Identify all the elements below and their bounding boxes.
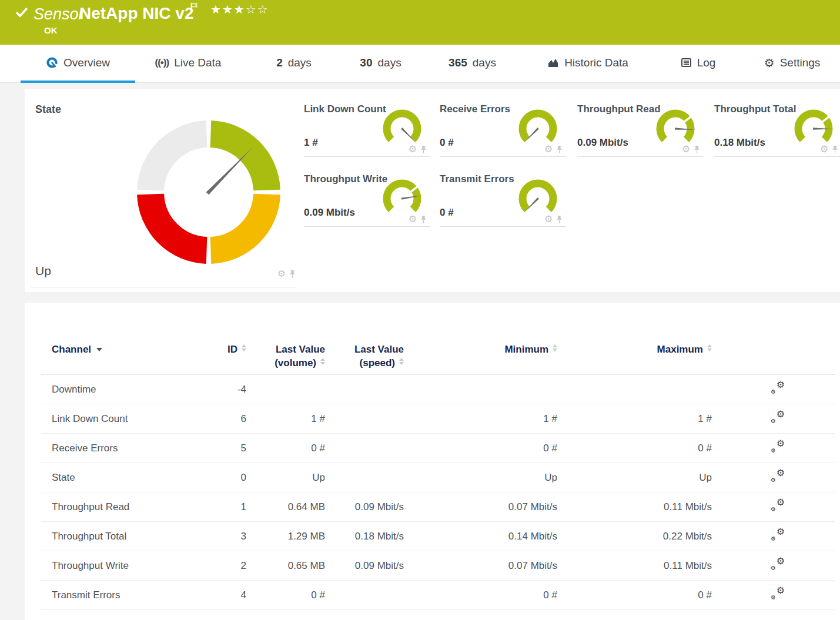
gear-icon[interactable]: ⚙ — [820, 145, 828, 154]
cell-channel: Downtime — [41, 375, 212, 404]
sensor-status-text: OK — [44, 25, 58, 35]
cell-id: -4 — [212, 375, 250, 404]
cell-last-value-speed: 0.18 Mbit/s — [325, 522, 404, 551]
pin-icon[interactable] — [289, 270, 296, 279]
column-label: Minimum — [504, 344, 548, 355]
tab-log[interactable]: Log — [667, 45, 729, 83]
pin-icon[interactable] — [556, 216, 563, 224]
channel-settings-gears-icon[interactable]: ⚙⚙ — [771, 529, 785, 541]
mini-gauge-cell: Link Down Count 1 # ⚙ — [304, 99, 430, 157]
gear-icon[interactable]: ⚙ — [544, 215, 553, 224]
gauge-icon — [46, 56, 58, 69]
column-label: Channel — [52, 344, 91, 355]
gear-icon[interactable]: ⚙ — [409, 145, 417, 154]
pin-icon[interactable] — [420, 146, 427, 154]
table-row: Throughput Total 3 1.29 MB 0.18 Mbit/s 0… — [41, 522, 835, 551]
column-header-channel[interactable]: Channel — [41, 343, 212, 375]
flag-icon[interactable] — [190, 3, 198, 12]
column-header-minimum[interactable]: Minimum — [404, 343, 557, 375]
gauge-value: 0.09 Mbit/s — [577, 137, 628, 149]
overview-gauges-panel: State Up ⚙ Link Down Count — [25, 89, 840, 292]
table-row: Throughput Read 1 0.64 MB 0.09 Mbit/s 0.… — [41, 492, 835, 522]
priority-stars[interactable]: ★★★☆☆ — [210, 2, 269, 16]
pin-icon[interactable] — [694, 146, 700, 154]
gear-icon[interactable]: ⚙ — [544, 145, 553, 154]
tab-historic-data[interactable]: Historic Data — [529, 45, 647, 83]
sort-icon — [707, 344, 712, 351]
cell-id: 5 — [212, 434, 250, 463]
table-row: Downtime -4 ⚙⚙ — [41, 375, 835, 404]
gear-icon[interactable]: ⚙ — [409, 215, 417, 224]
tab-label: Overview — [63, 56, 110, 69]
cell-last-value-volume: Up — [250, 463, 325, 492]
tab-overview[interactable]: Overview — [21, 45, 135, 83]
sort-desc-icon — [96, 348, 102, 351]
log-list-icon — [681, 58, 692, 68]
channel-settings-gears-icon[interactable]: ⚙⚙ — [771, 382, 785, 394]
cell-last-value-speed — [325, 463, 404, 492]
column-header-maximum[interactable]: Maximum — [557, 343, 712, 375]
gauge-value: Up — [35, 264, 51, 278]
gauge-col-3: Throughput Read 0.09 Mbit/s ⚙ — [577, 89, 704, 292]
sort-icon — [399, 358, 404, 365]
gauge-title: Transmit Errors — [440, 173, 514, 185]
channel-settings-gears-icon[interactable]: ⚙⚙ — [771, 470, 785, 482]
cell-minimum — [404, 375, 557, 404]
column-header-last-value-speed[interactable]: Last Value (speed) — [325, 343, 404, 375]
cell-maximum: 0.22 Mbit/s — [557, 522, 712, 551]
cell-maximum: 0 # — [557, 581, 712, 610]
sensor-title: NetApp NIC v2 — [79, 4, 193, 23]
cell-id: 6 — [212, 404, 250, 434]
mini-gauge — [792, 107, 835, 149]
cell-last-value-volume: 1.29 MB — [250, 522, 325, 551]
pin-icon[interactable] — [420, 216, 427, 224]
gear-icon[interactable]: ⚙ — [277, 269, 286, 279]
mini-gauge — [654, 107, 697, 149]
state-segment-unknown — [150, 134, 206, 190]
mini-gauge-cell: Throughput Total 0.18 Mbit/s ⚙ — [714, 99, 840, 157]
tab-label: Log — [697, 56, 716, 69]
cell-minimum: 0 # — [404, 581, 557, 610]
column-header-last-value-volume[interactable]: Last Value (volume) — [250, 343, 325, 375]
channel-settings-gears-icon[interactable]: ⚙⚙ — [771, 500, 785, 511]
tab-live-data[interactable]: ((•)) Live Data — [141, 45, 235, 83]
tab-unit: days — [378, 56, 401, 69]
cell-channel: Link Down Count — [41, 404, 212, 434]
channel-settings-gears-icon[interactable]: ⚙⚙ — [771, 558, 785, 570]
column-header-id[interactable]: ID — [212, 343, 250, 375]
table-row: Link Down Count 6 1 # 1 # 1 # ⚙⚙ — [41, 404, 835, 434]
cell-maximum — [557, 375, 712, 404]
pin-icon[interactable] — [832, 146, 838, 154]
cell-maximum: 0.11 Mbit/s — [557, 492, 712, 522]
mini-gauge-cell: Throughput Write 0.09 Mbit/s ⚙ — [304, 169, 430, 227]
tab-2-days[interactable]: 2 days — [259, 45, 329, 83]
cell-last-value-speed — [325, 375, 404, 404]
mini-gauge — [381, 177, 423, 219]
table-header-row: Channel ID Last Value (volume) Last Valu… — [41, 343, 835, 375]
gear-icon[interactable]: ⚙ — [682, 145, 690, 154]
table-row: Receive Errors 5 0 # 0 # 0 # ⚙⚙ — [41, 434, 835, 463]
channel-settings-gears-icon[interactable]: ⚙⚙ — [771, 411, 785, 423]
cell-last-value-volume: 0.65 MB — [250, 551, 325, 581]
cell-last-value-volume: 0 # — [250, 581, 325, 610]
cell-minimum: 1 # — [404, 404, 557, 434]
cell-channel: Throughput Total — [41, 522, 212, 551]
gauge-col-1: Link Down Count 1 # ⚙ Throughput Write 0… — [304, 89, 430, 292]
tab-label: Live Data — [174, 56, 221, 69]
channel-settings-gears-icon[interactable]: ⚙⚙ — [771, 588, 785, 599]
cell-minimum: 0.14 Mbit/s — [404, 522, 557, 551]
cell-id: 0 — [212, 463, 250, 492]
sensor-status-banner: Sensor NetApp NIC v2 ★★★☆☆ OK — [0, 0, 840, 45]
state-gauge — [135, 119, 282, 266]
cell-id: 3 — [212, 522, 250, 551]
tab-365-days[interactable]: 365 days — [433, 45, 511, 83]
tab-30-days[interactable]: 30 days — [344, 45, 417, 83]
column-label: Maximum — [657, 344, 703, 355]
cell-minimum: 0.07 Mbit/s — [404, 492, 557, 522]
channel-settings-gears-icon[interactable]: ⚙⚙ — [771, 441, 785, 453]
pin-icon[interactable] — [556, 146, 563, 154]
cell-id: 4 — [212, 581, 250, 610]
table-row: Transmit Errors 4 0 # 0 # 0 # ⚙⚙ — [41, 581, 835, 610]
cell-last-value-speed — [325, 434, 404, 463]
tab-settings[interactable]: ⚙ Settings — [749, 45, 835, 83]
